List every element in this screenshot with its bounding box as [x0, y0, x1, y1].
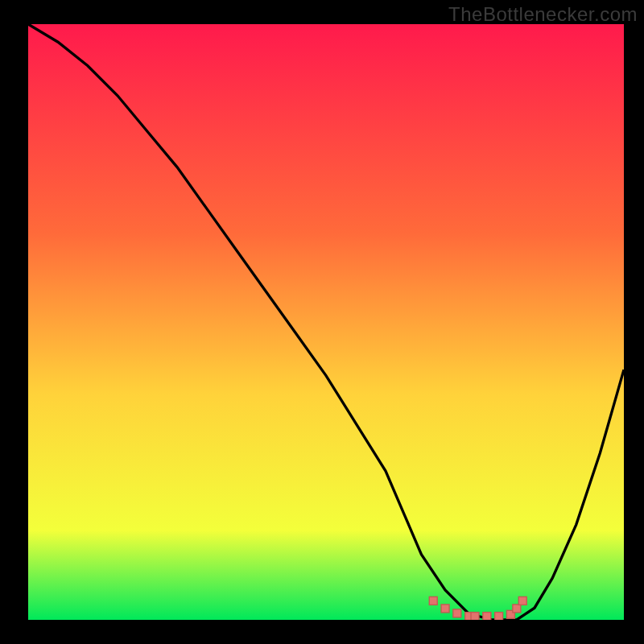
marker-point: [518, 597, 526, 605]
bottleneck-chart: [28, 24, 624, 620]
marker-point: [495, 613, 503, 620]
marker-point: [483, 613, 491, 620]
marker-point: [471, 613, 479, 620]
gradient-background: [28, 24, 624, 620]
marker-point: [429, 597, 437, 605]
marker-point: [441, 605, 449, 613]
marker-point: [453, 609, 461, 617]
chart-frame: TheBottlenecker.com: [0, 0, 644, 644]
watermark-text: TheBottlenecker.com: [448, 3, 638, 26]
marker-point: [513, 605, 521, 613]
